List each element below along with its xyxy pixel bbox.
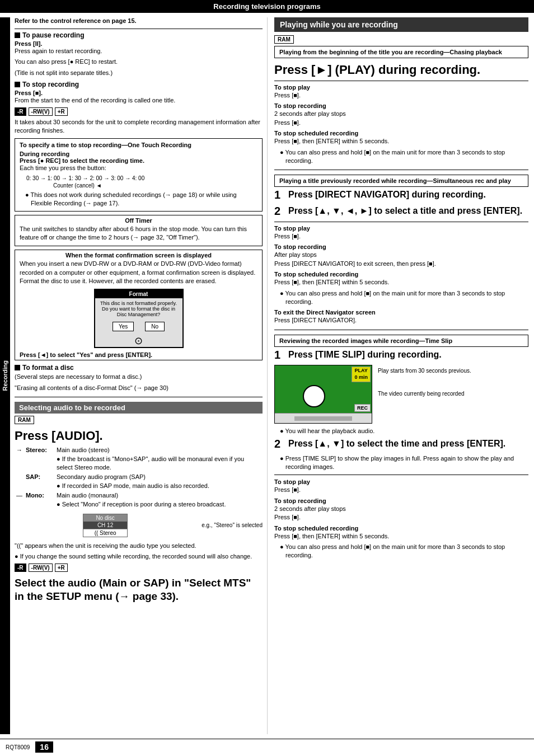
progress-bar bbox=[294, 416, 353, 421]
select-audio-header: Selecting audio to be recorded bbox=[15, 402, 263, 414]
exit-nav-label: To exit the Direct Navigator screen bbox=[274, 309, 528, 316]
badge-r-neg: -R bbox=[15, 107, 26, 116]
pause-title: To pause recording bbox=[22, 31, 84, 39]
stereo-sel: (( Stereo bbox=[83, 529, 127, 537]
stop-title: To stop recording bbox=[22, 81, 79, 88]
step3-num: 1 bbox=[274, 349, 280, 360]
format-buttons: Yes No bbox=[95, 320, 182, 334]
stop-badges: -R -RW(V) +R bbox=[15, 107, 263, 116]
soccer-ball bbox=[303, 385, 325, 407]
step2-num: 2 bbox=[274, 205, 280, 217]
step3-block: 1 Press [TIME SLIP] during recording. bbox=[274, 349, 528, 361]
sap-bullet: ● If recorded in SAP mode, main audio is… bbox=[57, 482, 209, 489]
stop-rec3-label: To stop recording bbox=[274, 497, 528, 504]
stop-rec2-label: To stop recording bbox=[274, 243, 528, 250]
black-square-format bbox=[15, 365, 20, 370]
select-mts: Select the audio (Main or SAP) in "Selec… bbox=[15, 576, 263, 604]
stop-body: From the start to the end of the recordi… bbox=[15, 96, 263, 105]
stop-rec-body: 2 seconds after play stopsPress [■]. bbox=[274, 110, 528, 127]
step2-text: Press [▲, ▼, ◄, ►] to select a title and… bbox=[288, 205, 528, 217]
refer-text: Refer to the control reference on page 1… bbox=[15, 17, 263, 24]
stop-section-title: To stop recording bbox=[15, 81, 263, 88]
press-rec-bold: Press [● REC] to select the recording ti… bbox=[20, 157, 257, 164]
format-confirm-body: When you insert a new DVD-RW or a DVD-RA… bbox=[20, 260, 257, 285]
format-yes-button[interactable]: Yes bbox=[113, 322, 134, 331]
you-will-hear: ● You will hear the playback audio. bbox=[280, 427, 528, 435]
badge-plus-r: +R bbox=[55, 107, 68, 116]
sound-change: ● If you change the sound setting while … bbox=[15, 552, 263, 561]
stop-sched3-label: To stop scheduled recording bbox=[274, 525, 528, 532]
stop-rec-label: To stop recording bbox=[274, 102, 528, 109]
stereo-bullet: ● If the broadcast is "Mono+SAP", audio … bbox=[57, 456, 244, 471]
step4-block: 2 Press [▲, ▼] to select the time and pr… bbox=[274, 438, 528, 450]
badge2-plusr: +R bbox=[55, 564, 68, 572]
stop-sched3-bullet: ● You can also press and hold [■] on the… bbox=[280, 543, 528, 560]
press-play-big: Press [►] (PLAY) during recording. bbox=[274, 63, 528, 77]
page-footer: RQT8009 16 bbox=[0, 739, 534, 756]
arrow-stereo: → bbox=[15, 445, 24, 472]
no-disc-label: No disc bbox=[83, 514, 127, 522]
badges2: -R -RW(V) +R bbox=[15, 564, 263, 572]
time-slip-image-area: PLAY0 min REC Play starts from 30 second… bbox=[274, 365, 528, 424]
left-col-wrapper: Recording Refer to the control reference… bbox=[0, 17, 268, 734]
img-captions: Play starts from 30 seconds previous. Th… bbox=[378, 368, 471, 397]
stop-play2-label: To stop play bbox=[274, 225, 528, 232]
stop-press: Press [■]. bbox=[15, 90, 263, 96]
badge2-rwv: -RW(V) bbox=[29, 564, 53, 572]
sidebar-label: Recording bbox=[2, 360, 8, 391]
bottom-bar bbox=[275, 413, 372, 423]
format-no-button[interactable]: No bbox=[145, 322, 165, 331]
one-touch-title: To specify a time to stop recording—One … bbox=[20, 142, 257, 148]
counter-label: Counter (cancel) ◄ bbox=[53, 182, 257, 189]
press-enter: Press [◄] to select "Yes" and press [ENT… bbox=[20, 351, 257, 358]
format-dialog: Format This disc is not formatted proper… bbox=[94, 289, 184, 348]
double-paren: "((" appears when the unit is receiving … bbox=[15, 542, 263, 550]
format-confirm-box: When the format confirmation screen is d… bbox=[15, 250, 263, 360]
press-audio: Press [AUDIO]. bbox=[15, 429, 263, 443]
step1-block: 1 Press [DIRECT NAVIGATOR] during record… bbox=[274, 189, 528, 201]
stop-sched3-body: Press [■], then [ENTER] within 5 seconds… bbox=[274, 532, 528, 541]
rec-banner: REC bbox=[354, 404, 371, 412]
format-disc-body2: "Erasing all contents of a disc-Format D… bbox=[15, 384, 263, 392]
time-slip-box: Reviewing the recorded images while reco… bbox=[274, 335, 528, 347]
page-title: Recording television programs bbox=[213, 2, 320, 11]
format-dialog-body: This disc is not formatted properly. Do … bbox=[95, 298, 182, 320]
stop-sched-body1: Press [■], then [ENTER] within 5 seconds… bbox=[274, 137, 528, 145]
simultaneous-box: Playing a title previously recorded whil… bbox=[274, 175, 528, 187]
format-confirm-title: When the format confirmation screen is d… bbox=[20, 252, 257, 259]
black-square-pause bbox=[15, 32, 20, 38]
pause-section-title: To pause recording bbox=[15, 31, 263, 39]
step1-text: Press [DIRECT NAVIGATOR] during recordin… bbox=[288, 189, 528, 201]
ram-badge-left: RAM bbox=[15, 416, 34, 424]
page-header: Recording television programs bbox=[0, 0, 534, 13]
pause-body2: You can also press [● REC] to restart. bbox=[15, 58, 263, 66]
off-timer-title: Off Timer bbox=[20, 217, 257, 224]
badge-rwv: -RW(V) bbox=[29, 107, 53, 116]
stop-play-press: Press [■]. bbox=[274, 91, 528, 100]
exit-nav-body: Press [DIRECT NAVIGATOR]. bbox=[274, 316, 528, 325]
one-touch-box: To specify a time to stop recording—One … bbox=[15, 138, 263, 211]
off-timer-body: The unit switches to standby after about… bbox=[20, 225, 257, 242]
badge2-r: -R bbox=[15, 564, 26, 572]
audio-row-stereo: → Stereo: Main audio (stereo) ● If the b… bbox=[15, 445, 263, 472]
step1-num: 1 bbox=[274, 189, 280, 200]
page-number: 16 bbox=[35, 741, 53, 753]
format-disc-body1: (Several steps are necessary to format a… bbox=[15, 373, 263, 381]
stop-sched2-label: To stop scheduled recording bbox=[274, 271, 528, 278]
right-col: Playing while you are recording RAM Play… bbox=[268, 17, 534, 734]
content-area: Recording Refer to the control reference… bbox=[0, 13, 534, 734]
stop-play-label: To stop play bbox=[274, 84, 528, 91]
play-while-recording-header: Playing while you are recording bbox=[274, 17, 528, 32]
stereo-label: Stereo: bbox=[24, 445, 55, 472]
stop-sched-bullet: ● You can also press and hold [■] on the… bbox=[280, 148, 528, 166]
mono-bullet: ● Select "Mono" if reception is poor dur… bbox=[57, 501, 226, 508]
audio-row-mono: — Mono: Main audio (monaural) ● Select "… bbox=[15, 491, 263, 509]
pause-press: Press [II]. bbox=[15, 40, 263, 47]
time-slip-image: PLAY0 min REC bbox=[274, 365, 372, 424]
off-timer-box: Off Timer The unit switches to standby a… bbox=[15, 215, 263, 247]
stereo-body: Main audio (stereo) ● If the broadcast i… bbox=[55, 445, 263, 472]
stop-sched2-body: Press [■], then [ENTER] within 5 seconds… bbox=[274, 278, 528, 287]
sap-label: SAP: bbox=[24, 472, 55, 491]
stop-rec2-body: After play stopsPress [DIRECT NAVIGATOR]… bbox=[274, 251, 528, 268]
left-col: Refer to the control reference on page 1… bbox=[10, 17, 268, 734]
